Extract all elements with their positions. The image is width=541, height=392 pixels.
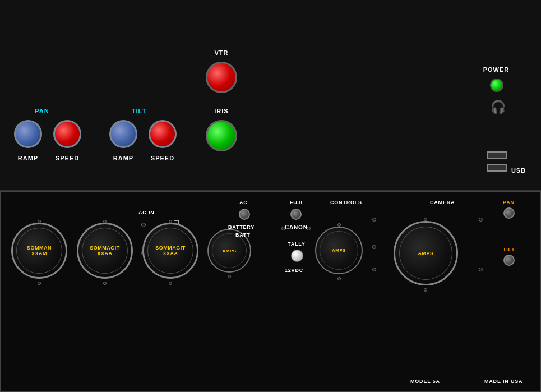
pan-label: PAN (14, 108, 70, 114)
bottom-tilt-label: TILT (503, 247, 515, 252)
tally-indicator (291, 250, 303, 262)
vdc-label: 12VDC (285, 268, 303, 273)
canon-label: CANON (285, 224, 308, 230)
dial2-dot-bot (103, 282, 107, 285)
dial-1-label: SOMMAN XXAM (27, 245, 52, 256)
dial1-dot-top (38, 220, 41, 223)
model-label: MODEL 5A (410, 379, 440, 384)
top-panel: VTR IRIS PAN RAMP SPEED TILT RAMP SPEED … (0, 0, 541, 191)
vtr-indicator[interactable] (206, 62, 237, 93)
pan-ramp-knob[interactable] (14, 120, 42, 148)
made-label: MADE IN USA (484, 379, 522, 384)
acin-label: AC IN (138, 210, 155, 215)
dial2-dot-top (103, 220, 107, 223)
dial-2-label: SOMMAGIT XXAA (90, 245, 120, 256)
dial-5-label: AMPS (332, 248, 346, 253)
bottom-tilt-knob[interactable] (503, 255, 515, 266)
dial-6[interactable]: AMPS (394, 221, 458, 285)
tilt-ramp-label: RAMP (109, 155, 137, 162)
dial5-dot-top (337, 223, 341, 227)
canon-dot-l (281, 227, 285, 230)
headphone-icon[interactable]: 🎧 (491, 100, 503, 116)
fuji-knob[interactable] (290, 209, 302, 220)
ac-knob[interactable] (239, 209, 250, 220)
ctrl-dot1 (372, 218, 376, 222)
canon-dot-r (307, 227, 311, 230)
bottom-pan-knob[interactable] (503, 207, 515, 219)
dial6-dot-bot (424, 288, 427, 292)
usb-port-2[interactable] (487, 164, 507, 172)
dial-1[interactable]: SOMMAN XXAM (11, 223, 67, 279)
dial-2[interactable]: SOMMAGIT XXAA (77, 223, 133, 279)
pan-speed-label: SPEED (53, 155, 81, 162)
tilt-speed-label: SPEED (149, 155, 177, 162)
dial5-dot-bot (337, 277, 341, 280)
batt-label: BATT (235, 232, 251, 238)
bottom-pan-label: PAN (503, 200, 515, 205)
cam-dot1 (479, 218, 483, 222)
vtr-label: VTR (207, 49, 235, 56)
dial-3[interactable]: SOMMAGIT XXAA (142, 223, 198, 279)
camera-label: CAMERA (430, 200, 455, 205)
dial-4-label: AMPS (222, 248, 236, 253)
ac-label: AC (239, 200, 248, 205)
tilt-speed-knob[interactable] (149, 120, 177, 148)
ctrl-dot2 (372, 245, 376, 249)
battery-label: BATTERY (228, 224, 255, 230)
dial4-dot-bot (228, 275, 231, 278)
dial-5[interactable]: AMPS (315, 227, 363, 274)
pan-speed-knob[interactable] (53, 120, 81, 148)
dial-6-label: AMPS (418, 251, 433, 256)
dial3-dot-top (169, 220, 172, 223)
dial6-dot-top (424, 218, 427, 221)
dial-3-label: SOMMAGIT XXAA (155, 245, 186, 256)
fuji-label: FUJI (290, 200, 303, 205)
pan-ramp-label: RAMP (14, 155, 42, 162)
usb-label: USB (507, 167, 530, 174)
controls-label: CONTROLS (330, 200, 362, 205)
dial3-dot-bot (169, 282, 172, 285)
power-label: POWER (479, 66, 513, 73)
tilt-ramp-knob[interactable] (109, 120, 137, 148)
power-led (490, 79, 503, 92)
usb-port-1[interactable] (487, 151, 507, 159)
bottom-panel: AC IN SOMMAN XXAM SOMMAGIT XXAA SOMMAGIT… (0, 191, 541, 392)
acin-dot-tl (141, 223, 146, 227)
iris-label: IRIS (207, 108, 235, 114)
ctrl-dot3 (372, 268, 376, 271)
dial1-dot-bot (38, 282, 41, 285)
tally-label: TALLY (288, 241, 306, 247)
iris-indicator[interactable] (206, 120, 237, 151)
cam-dot2 (479, 268, 483, 271)
tilt-label: TILT (111, 108, 167, 114)
